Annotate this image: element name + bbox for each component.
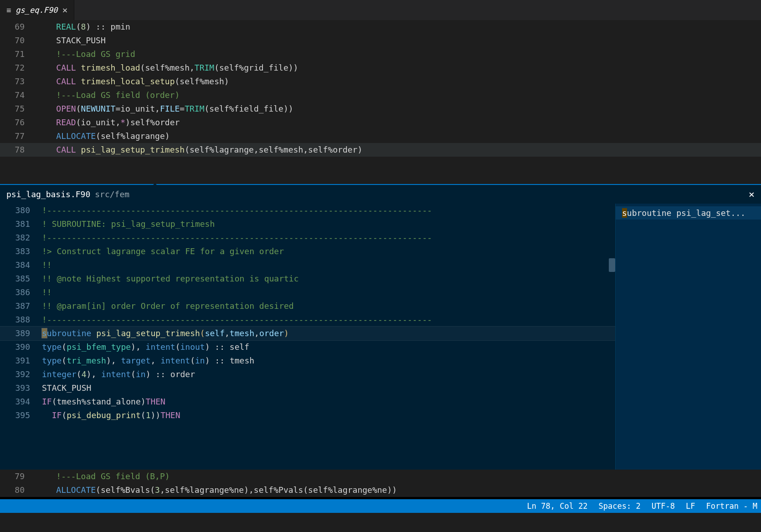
code-line[interactable]: 384!!	[0, 258, 615, 272]
peek-view: psi_lag_basis.F90 src/fem × 380!--------…	[0, 185, 761, 470]
editor-top[interactable]: 69 REAL(8) :: pmin70 STACK_PUSH71 !---Lo…	[0, 20, 761, 184]
line-number: 70	[0, 34, 36, 47]
code-content[interactable]: STACK_PUSH	[36, 34, 761, 47]
line-number: 395	[0, 409, 42, 422]
close-icon[interactable]: ×	[749, 189, 755, 200]
code-line[interactable]: 394IF(tmesh%stand_alone)THEN	[0, 395, 615, 409]
code-content[interactable]: !---------------------------------------…	[42, 231, 615, 245]
code-line[interactable]: 395 IF(psi_debug_print(1))THEN	[0, 409, 615, 422]
code-content[interactable]: OPEN(NEWUNIT=io_unit,FILE=TRIM(self%fiel…	[36, 102, 761, 116]
code-line[interactable]: 390type(psi_bfem_type), intent(inout) ::…	[0, 340, 615, 354]
status-position[interactable]: Ln 78, Col 22	[527, 501, 588, 511]
code-line[interactable]: 392integer(4), intent(in) :: order	[0, 368, 615, 381]
code-line[interactable]: 382!------------------------------------…	[0, 231, 615, 245]
code-line[interactable]: 386!!	[0, 286, 615, 299]
line-number: 381	[0, 217, 42, 231]
code-line[interactable]: 71 !---Load GS grid	[0, 47, 761, 61]
code-line[interactable]: 77 ALLOCATE(self%lagrange)	[0, 129, 761, 143]
tab-filename: gs_eq.F90	[15, 5, 57, 15]
code-content[interactable]: !---Load GS grid	[36, 47, 761, 61]
peek-body: 380!------------------------------------…	[0, 204, 761, 470]
code-content[interactable]: ALLOCATE(self%lagrange)	[36, 129, 761, 143]
peek-code[interactable]: 380!------------------------------------…	[0, 204, 615, 470]
line-number: 385	[0, 272, 42, 286]
code-line[interactable]: 79 !---Load GS field (B,P)	[0, 470, 761, 483]
line-number: 392	[0, 368, 42, 381]
line-number: 69	[0, 20, 36, 34]
code-line[interactable]: 381! SUBROUTINE: psi_lag_setup_trimesh	[0, 217, 615, 231]
code-line[interactable]: 73 CALL trimesh_local_setup(self%mesh)	[0, 75, 761, 88]
code-content[interactable]: !---Load GS field (B,P)	[36, 470, 761, 483]
code-content[interactable]: STACK_PUSH	[42, 381, 615, 395]
code-content[interactable]: CALL psi_lag_setup_trimesh(self%lagrange…	[36, 143, 761, 157]
code-content[interactable]: ALLOCATE(self%Bvals(3,self%lagrange%ne),…	[36, 483, 761, 497]
line-number: 79	[0, 470, 36, 483]
peek-filename[interactable]: psi_lag_basis.F90	[6, 189, 90, 199]
code-line[interactable]: 76 READ(io_unit,*)self%order	[0, 116, 761, 129]
code-content[interactable]: !---------------------------------------…	[42, 204, 615, 217]
code-line[interactable]: 391type(tri_mesh), target, intent(in) ::…	[0, 354, 615, 368]
code-line[interactable]: 69 REAL(8) :: pmin	[0, 20, 761, 34]
line-number: 380	[0, 204, 42, 217]
code-line[interactable]: 75 OPEN(NEWUNIT=io_unit,FILE=TRIM(self%f…	[0, 102, 761, 116]
code-line[interactable]: 72 CALL trimesh_load(self%mesh,TRIM(self…	[0, 61, 761, 75]
code-content[interactable]: integer(4), intent(in) :: order	[42, 368, 615, 381]
status-encoding[interactable]: UTF-8	[652, 501, 675, 511]
tab-bar: ≡ gs_eq.F90 ×	[0, 0, 761, 20]
code-line[interactable]: 78 CALL psi_lag_setup_trimesh(self%lagra…	[0, 143, 761, 157]
code-line[interactable]: 393STACK_PUSH	[0, 381, 615, 395]
peek-filepath: src/fem	[95, 189, 129, 199]
code-content[interactable]: !---------------------------------------…	[42, 313, 615, 327]
code-line[interactable]: 388!------------------------------------…	[0, 313, 615, 327]
code-content[interactable]: !! @note Highest supported representatio…	[42, 272, 615, 286]
code-content[interactable]: !> Construct lagrange scalar FE for a gi…	[42, 245, 615, 258]
line-number: 383	[0, 245, 42, 258]
peek-divider	[0, 184, 761, 185]
statusbar: Ln 78, Col 22 Spaces: 2 UTF-8 LF Fortran…	[0, 499, 761, 513]
line-number: 386	[0, 286, 42, 299]
code-line[interactable]: 385!! @note Highest supported representa…	[0, 272, 615, 286]
line-number: 391	[0, 354, 42, 368]
status-language[interactable]: Fortran - M	[706, 501, 757, 511]
code-line[interactable]: 387!! @param[in] order Order of represen…	[0, 299, 615, 313]
line-number: 77	[0, 129, 36, 143]
code-content[interactable]: CALL trimesh_local_setup(self%mesh)	[36, 75, 761, 88]
code-content[interactable]: !!	[42, 258, 615, 272]
line-number: 384	[0, 258, 42, 272]
line-number: 80	[0, 483, 36, 497]
code-content[interactable]: !!	[42, 286, 615, 299]
code-line[interactable]: 380!------------------------------------…	[0, 204, 615, 217]
code-content[interactable]: !! @param[in] order Order of representat…	[42, 299, 615, 313]
close-icon[interactable]: ×	[62, 5, 67, 15]
code-line[interactable]: 70 STACK_PUSH	[0, 34, 761, 47]
line-number: 76	[0, 116, 36, 129]
line-number: 388	[0, 313, 42, 327]
editor-bottom[interactable]: 79 !---Load GS field (B,P)80 ALLOCATE(se…	[0, 470, 761, 497]
code-content[interactable]: ! SUBROUTINE: psi_lag_setup_trimesh	[42, 217, 615, 231]
code-content[interactable]: type(tri_mesh), target, intent(in) :: tm…	[42, 354, 615, 368]
line-number: 75	[0, 102, 36, 116]
code-content[interactable]: CALL trimesh_load(self%mesh,TRIM(self%gr…	[36, 61, 761, 75]
status-spaces[interactable]: Spaces: 2	[599, 501, 641, 511]
peek-reference-item[interactable]: subroutine psi_lag_set...	[616, 206, 761, 220]
code-content[interactable]: READ(io_unit,*)self%order	[36, 116, 761, 129]
code-content[interactable]: IF(tmesh%stand_alone)THEN	[42, 395, 615, 409]
status-eol[interactable]: LF	[686, 501, 695, 511]
code-line[interactable]: 80 ALLOCATE(self%Bvals(3,self%lagrange%n…	[0, 483, 761, 497]
code-line[interactable]: 389subroutine psi_lag_setup_trimesh(self…	[0, 327, 615, 340]
code-content[interactable]: type(psi_bfem_type), intent(inout) :: se…	[42, 340, 615, 354]
code-content[interactable]: !---Load GS field (order)	[36, 88, 761, 102]
editor-tab[interactable]: ≡ gs_eq.F90 ×	[0, 0, 74, 20]
code-content[interactable]: IF(psi_debug_print(1))THEN	[42, 409, 615, 422]
line-number: 394	[0, 395, 42, 409]
line-number: 78	[0, 143, 36, 157]
line-number: 72	[0, 61, 36, 75]
peek-reference-list[interactable]: subroutine psi_lag_set...	[615, 204, 761, 470]
code-content[interactable]: REAL(8) :: pmin	[36, 20, 761, 34]
peek-arrow-icon	[150, 183, 159, 188]
code-line[interactable]: 74 !---Load GS field (order)	[0, 88, 761, 102]
code-content[interactable]: subroutine psi_lag_setup_trimesh(self,tm…	[42, 327, 615, 340]
line-number: 389	[0, 327, 42, 340]
code-line[interactable]: 383!> Construct lagrange scalar FE for a…	[0, 245, 615, 258]
scrollbar-thumb[interactable]	[609, 258, 615, 272]
